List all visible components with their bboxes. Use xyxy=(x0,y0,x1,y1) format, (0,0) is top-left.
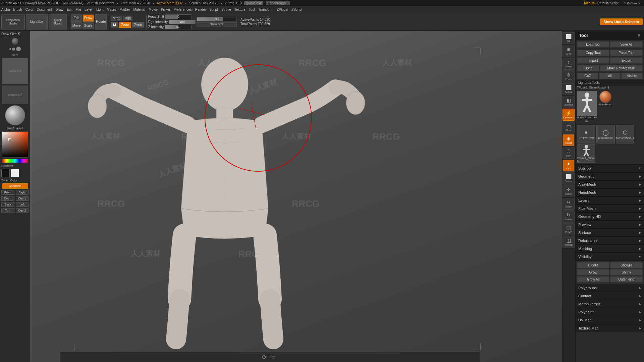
arraymesh-section-header[interactable]: ArrayMesh ▶ xyxy=(576,180,644,188)
actual-btn[interactable]: ⬜ Actual xyxy=(562,83,575,95)
alpha-brush-thumb[interactable] xyxy=(599,91,611,103)
visibility-section-header[interactable]: Visibility ▼ xyxy=(576,253,644,261)
z-intensity-slider[interactable]: 51 xyxy=(165,25,192,29)
alpha-preview[interactable]: Alpha Off xyxy=(2,58,28,84)
alternate-btn[interactable]: Alternate xyxy=(2,183,28,189)
cust2-btn[interactable]: Cust2 xyxy=(16,208,29,213)
rgb-intensity-slider[interactable]: 100 xyxy=(169,20,196,24)
menu-stroke[interactable]: Stroke xyxy=(221,8,231,11)
deformation-section-header[interactable]: Deformation ▶ xyxy=(576,237,644,245)
bill-btn[interactable]: ⬜ Bill xyxy=(562,32,575,44)
texture-preview[interactable]: Texture Off xyxy=(2,85,28,104)
show-pt-btn[interactable]: ShowPt xyxy=(610,262,643,268)
color-picker[interactable] xyxy=(2,131,28,158)
geometry-section-header[interactable]: Geometry ▶ xyxy=(576,172,644,180)
right-btn[interactable]: Right xyxy=(16,190,29,195)
menu-document[interactable]: Document xyxy=(37,8,52,11)
outer-ring-btn[interactable]: Outer Ring xyxy=(610,276,643,283)
tpose2-thumb[interactable]: TPose2_Steve-A xyxy=(577,144,595,163)
menu-picker[interactable]: Picker xyxy=(161,8,170,11)
masking-section-header[interactable]: Masking ▶ xyxy=(576,245,644,253)
menu-marker[interactable]: Marker xyxy=(119,8,130,11)
draw-size-slider[interactable]: 140 xyxy=(197,17,237,21)
rotate-icon-btn[interactable]: ↻ Rotate xyxy=(562,210,575,223)
layers-section-header[interactable]: Layers ▶ xyxy=(576,196,644,204)
load-tool-btn[interactable]: Load Tool xyxy=(577,41,609,48)
quick-sketch-btn[interactable]: QuickSketch xyxy=(49,14,67,29)
menu-texture[interactable]: Texture xyxy=(234,8,246,11)
menu-tool[interactable]: Tool xyxy=(249,8,255,11)
see-through-btn[interactable]: See-through 0 xyxy=(266,1,290,5)
menu-brush[interactable]: Brush xyxy=(13,8,22,11)
panel-close-btn[interactable]: ✕ xyxy=(637,33,641,38)
hide-pt-btn[interactable]: HidePt xyxy=(577,262,609,268)
menu-script[interactable]: Script xyxy=(209,8,218,11)
zadd-btn[interactable]: Zadd xyxy=(119,22,131,28)
menu-material[interactable]: Material xyxy=(133,8,146,11)
mrgb-btn[interactable]: Mrgb xyxy=(111,15,122,21)
quicksave-btn[interactable]: QuickSave xyxy=(244,1,263,5)
grow-all-btn[interactable]: Grow All xyxy=(577,276,609,283)
geometryhd-section-header[interactable]: Geometry HD ▶ xyxy=(576,213,644,221)
subtool-section-header[interactable]: SubTool ▼ xyxy=(576,164,644,172)
local-btn[interactable]: ◈ Local xyxy=(562,134,575,146)
uvmap-section-header[interactable]: UV Map ▶ xyxy=(576,316,644,324)
polyf-btn[interactable]: ⬚ PolyF xyxy=(562,223,575,235)
move-btn[interactable]: Move xyxy=(71,22,82,29)
export-btn[interactable]: Export xyxy=(610,57,643,64)
menu-transform[interactable]: Transform xyxy=(258,8,273,11)
eraser-brush-thumb[interactable]: ◯ EraserBrush xyxy=(596,125,615,143)
goz-btn[interactable]: GoZ xyxy=(577,73,598,79)
menu-zscript[interactable]: ZScript xyxy=(291,8,302,11)
top-btn[interactable]: Top xyxy=(1,208,14,213)
menu-light[interactable]: Light xyxy=(96,8,104,11)
edit-btn[interactable]: Edit xyxy=(71,14,82,22)
visible-btn[interactable]: Visible xyxy=(621,73,643,79)
preview-section-header[interactable]: Preview ▶ xyxy=(576,221,644,229)
dynamic-btn[interactable]: ⚡ Dynamic xyxy=(562,109,575,121)
menu-macro[interactable]: Macro xyxy=(107,8,116,11)
m-btn[interactable]: M xyxy=(111,22,118,28)
scale-icon-btn[interactable]: ⇔ Scale xyxy=(562,198,575,210)
spix-btn[interactable]: ■ SPix xyxy=(562,45,575,57)
show-undo-selector-btn[interactable]: Show Undo Selector xyxy=(600,18,643,25)
move-icon-btn[interactable]: ✛ Move xyxy=(562,185,575,197)
front-btn[interactable]: Front xyxy=(1,190,14,195)
material-preview[interactable] xyxy=(5,105,25,125)
all-btn[interactable]: All xyxy=(599,73,621,79)
polygroups-section-header[interactable]: Polygroups ▶ xyxy=(576,284,644,292)
tm-polymesh-thumb[interactable]: ⬡ TMPolyMesh_1 xyxy=(616,125,634,143)
human-thumb[interactable] xyxy=(577,91,597,116)
zsub-btn[interactable]: Zsub xyxy=(131,22,144,28)
copy-tool-btn[interactable]: Copy Tool xyxy=(577,50,609,56)
xyz-btn[interactable]: ✦ xYZ xyxy=(562,160,575,172)
lightbox-btn[interactable]: LightBox xyxy=(26,14,48,29)
morph-target-section-header[interactable]: Morph Target ▶ xyxy=(576,300,644,308)
menu-edit[interactable]: Edit xyxy=(67,8,72,11)
color-white[interactable] xyxy=(11,169,19,177)
grow-btn[interactable]: Grow xyxy=(577,269,609,276)
botm-btn[interactable]: Botm xyxy=(1,196,14,201)
menu-zplugin[interactable]: ZPlugin xyxy=(277,8,288,11)
left-btn[interactable]: Left xyxy=(16,202,29,207)
save-as-btn[interactable]: Save As xyxy=(610,41,643,48)
nanomesh-section-header[interactable]: NanoMesh ▶ xyxy=(576,188,644,196)
default-zscript[interactable]: DefaultZScript xyxy=(597,1,619,5)
fibermesh-section-header[interactable]: FiberMesh ▶ xyxy=(576,204,644,213)
projection-master-btn[interactable]: ProjectionMaster xyxy=(1,14,25,29)
back-btn[interactable]: Back xyxy=(1,202,14,207)
surface-section-header[interactable]: Surface ▶ xyxy=(576,229,644,237)
paste-tool-btn[interactable]: Paste Tool xyxy=(610,50,643,56)
contact-section-header[interactable]: Contact ▶ xyxy=(576,292,644,300)
scale-btn[interactable]: Scale xyxy=(83,22,94,29)
rgb-btn[interactable]: Rgb xyxy=(123,15,133,21)
scroll-btn[interactable]: ↕ Scroll xyxy=(562,58,575,70)
clone-btn[interactable]: Clone xyxy=(577,65,599,71)
menu-preferences[interactable]: Preferences xyxy=(174,8,192,11)
aahalf-btn[interactable]: ◧ AAHalf xyxy=(562,96,575,108)
menu-file[interactable]: File xyxy=(76,8,81,11)
polypaint-section-header[interactable]: Polypaint ▶ xyxy=(576,308,644,316)
cust1-btn[interactable]: Cust1 xyxy=(16,196,29,201)
texturemap-section-header[interactable]: Texture Map ▶ xyxy=(576,324,644,332)
color-black[interactable] xyxy=(1,169,10,177)
